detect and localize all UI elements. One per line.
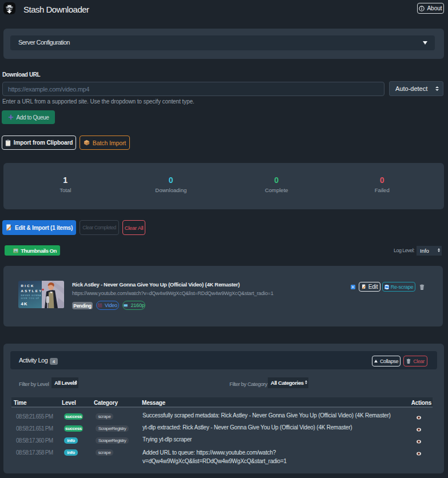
svg-text:GIVE YOU UP: GIVE YOU UP	[21, 297, 40, 300]
svg-text:NEVER GONNA: NEVER GONNA	[21, 294, 42, 297]
svg-text:ASTLEY: ASTLEY	[21, 289, 43, 293]
svg-text:RICK: RICK	[21, 284, 35, 288]
svg-text:4K: 4K	[21, 301, 28, 306]
